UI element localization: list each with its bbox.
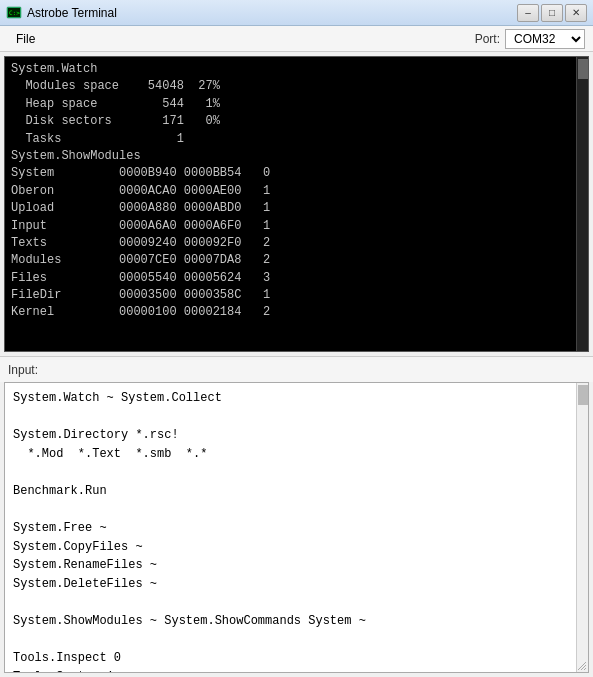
- title-bar-left: C:> Astrobe Terminal: [6, 5, 117, 21]
- maximize-button[interactable]: □: [541, 4, 563, 22]
- resize-icon: [576, 660, 586, 670]
- svg-text:C:>: C:>: [9, 9, 20, 16]
- port-select[interactable]: COM32 COM1 COM2 COM4 COM8 COM16: [505, 29, 585, 49]
- textarea-scrollbar[interactable]: [576, 383, 588, 672]
- textarea-scroll-thumb[interactable]: [578, 385, 588, 405]
- app-icon: C:>: [6, 5, 22, 21]
- file-menu[interactable]: File: [8, 30, 43, 48]
- title-bar: C:> Astrobe Terminal – □ ✕: [0, 0, 593, 26]
- main-wrapper: System.Watch Modules space 54048 27% Hea…: [0, 52, 593, 677]
- minimize-button[interactable]: –: [517, 4, 539, 22]
- input-label: Input:: [8, 363, 38, 377]
- menu-bar: File Port: COM32 COM1 COM2 COM4 COM8 COM…: [0, 26, 593, 52]
- port-section: Port: COM32 COM1 COM2 COM4 COM8 COM16: [475, 29, 585, 49]
- textarea-content[interactable]: System.Watch ~ System.Collect System.Dir…: [5, 383, 576, 672]
- terminal-scroll-thumb[interactable]: [578, 59, 588, 79]
- svg-line-5: [584, 668, 586, 670]
- terminal-output: System.Watch Modules space 54048 27% Hea…: [5, 57, 588, 326]
- textarea-container: System.Watch ~ System.Collect System.Dir…: [4, 382, 589, 673]
- input-section: Input:: [0, 356, 593, 382]
- resize-grip[interactable]: [574, 658, 588, 672]
- title-buttons: – □ ✕: [517, 4, 587, 22]
- port-label: Port:: [475, 32, 500, 46]
- window-title: Astrobe Terminal: [27, 6, 117, 20]
- close-button[interactable]: ✕: [565, 4, 587, 22]
- terminal-container: System.Watch Modules space 54048 27% Hea…: [4, 56, 589, 352]
- terminal-scrollbar[interactable]: [576, 57, 588, 351]
